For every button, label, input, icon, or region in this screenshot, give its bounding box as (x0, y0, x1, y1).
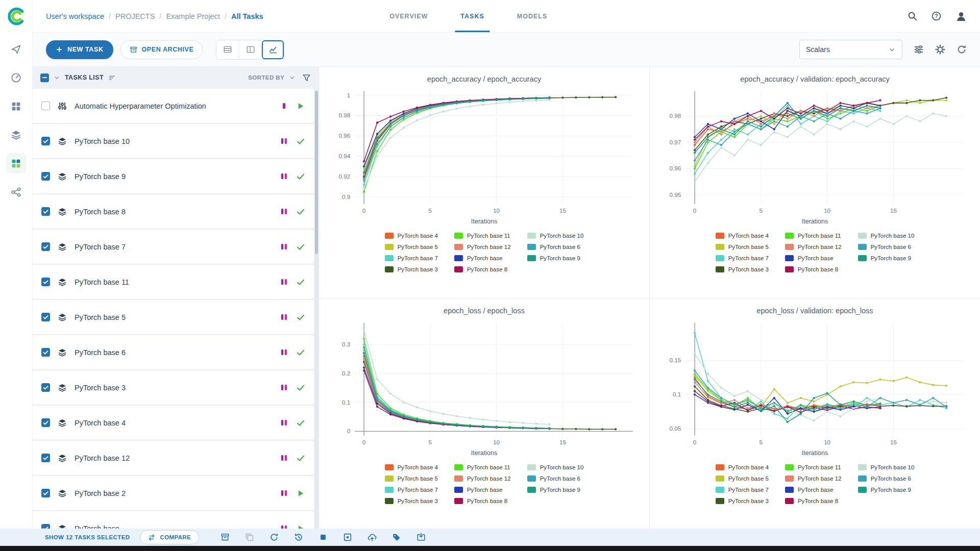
task-checkbox[interactable] (41, 172, 50, 181)
sorted-by-label[interactable]: SORTED BY (248, 74, 284, 81)
task-checkbox[interactable] (41, 383, 50, 392)
legend-item[interactable]: PyTorch base 9 (858, 487, 915, 493)
sort-icon[interactable] (108, 74, 116, 82)
task-metrics-icon[interactable] (280, 207, 288, 216)
legend-item[interactable]: PyTorch base 4 (385, 233, 438, 239)
task-checkbox[interactable] (41, 207, 50, 216)
retry-button[interactable] (270, 533, 279, 542)
task-checkbox[interactable] (41, 313, 50, 321)
sidebar-item-projects[interactable] (6, 67, 27, 88)
task-metrics-icon[interactable] (280, 348, 288, 357)
breadcrumb-item[interactable]: User's workspace (46, 12, 104, 20)
abort-button[interactable] (318, 533, 328, 542)
legend-item[interactable]: PyTorch base 5 (716, 475, 769, 482)
legend-item[interactable]: PyTorch base 7 (716, 255, 769, 261)
legend-item[interactable]: PyTorch base 10 (527, 464, 584, 470)
archive-button[interactable] (220, 533, 230, 542)
task-metrics-icon[interactable] (280, 242, 288, 251)
task-metrics-icon[interactable] (280, 489, 288, 497)
task-row[interactable]: PyTorch base 6 (33, 335, 314, 370)
legend-item[interactable]: PyTorch base 8 (785, 266, 842, 272)
sidebar-item-datasets[interactable] (6, 96, 27, 116)
chart-plot[interactable]: 00.10.20.3051015 (326, 318, 643, 449)
task-row[interactable]: PyTorch base 8 (33, 194, 314, 229)
task-row[interactable]: PyTorch base 2 (33, 476, 314, 511)
task-checkbox[interactable] (41, 137, 50, 145)
legend-item[interactable]: PyTorch base 12 (454, 475, 511, 482)
search-icon[interactable] (908, 11, 917, 21)
tab-overview[interactable]: OVERVIEW (388, 0, 429, 32)
task-row[interactable]: PyTorch base 4 (33, 406, 314, 440)
task-metrics-icon[interactable] (280, 278, 288, 286)
task-metrics-icon[interactable] (280, 137, 288, 145)
open-archive-button[interactable]: OPEN ARCHIVE (120, 40, 203, 59)
tab-tasks[interactable]: TASKS (459, 0, 485, 32)
legend-item[interactable]: PyTorch base 3 (716, 498, 769, 504)
chart-plot[interactable]: 0.90.920.940.960.981051015 (326, 86, 643, 218)
legend-item[interactable]: PyTorch base 5 (716, 244, 769, 250)
selection-count-label[interactable]: SHOW 12 TASKS SELECTED (45, 534, 130, 540)
gear-icon[interactable] (935, 44, 945, 55)
move-to-project-button[interactable] (416, 533, 426, 542)
view-button[interactable] (343, 533, 352, 542)
legend-item[interactable]: PyTorch base 9 (527, 255, 584, 261)
sidebar-item-dashboard[interactable] (6, 39, 27, 59)
task-checkbox[interactable] (41, 242, 50, 251)
sidebar-item-reports[interactable] (6, 124, 27, 145)
breadcrumb-item[interactable]: PROJECTS (115, 12, 155, 20)
legend-item[interactable]: PyTorch base 4 (385, 464, 438, 470)
legend-item[interactable]: PyTorch base 3 (385, 498, 438, 504)
user-avatar[interactable] (955, 11, 967, 22)
help-icon[interactable]: ? (932, 11, 941, 21)
new-task-button[interactable]: NEW TASK (46, 40, 113, 59)
scrollbar-thumb[interactable] (315, 91, 318, 254)
task-row[interactable]: PyTorch base 12 (33, 441, 314, 475)
tab-models[interactable]: MODELS (516, 0, 549, 32)
task-checkbox[interactable] (41, 348, 50, 357)
legend-item[interactable]: PyTorch base 7 (385, 255, 438, 261)
task-row[interactable]: PyTorch base 9 (33, 159, 314, 194)
legend-item[interactable]: PyTorch base 8 (785, 498, 842, 504)
task-metrics-icon[interactable] (280, 418, 288, 427)
chart-plot[interactable]: 0.050.10.15051015 (656, 318, 974, 449)
reset-button[interactable] (294, 533, 303, 542)
task-metrics-icon[interactable] (280, 383, 288, 392)
task-row[interactable]: Automatic Hyperparameter Optimization (33, 89, 314, 123)
task-metrics-icon[interactable] (280, 313, 288, 321)
task-checkbox[interactable] (41, 454, 50, 462)
legend-item[interactable]: PyTorch base (454, 487, 511, 493)
task-row[interactable]: PyTorch base 5 (33, 300, 314, 335)
legend-item[interactable]: PyTorch base 8 (454, 498, 511, 504)
legend-item[interactable]: PyTorch base 7 (716, 487, 769, 493)
legend-item[interactable]: PyTorch base 5 (385, 475, 438, 482)
task-row[interactable]: PyTorch base 11 (33, 265, 314, 299)
legend-item[interactable]: PyTorch base 11 (785, 464, 842, 470)
legend-item[interactable]: PyTorch base 7 (385, 487, 438, 493)
task-metrics-icon[interactable] (280, 454, 288, 462)
legend-item[interactable]: PyTorch base 10 (858, 464, 915, 470)
legend-item[interactable]: PyTorch base 10 (858, 233, 915, 239)
task-checkbox[interactable] (41, 102, 50, 110)
legend-item[interactable]: PyTorch base 4 (716, 233, 769, 239)
tasks-scrollbar[interactable] (314, 90, 318, 530)
legend-item[interactable]: PyTorch base (454, 255, 511, 261)
legend-item[interactable]: PyTorch base 6 (527, 475, 584, 482)
legend-item[interactable]: PyTorch base 11 (454, 464, 511, 470)
legend-item[interactable]: PyTorch base 3 (385, 266, 438, 272)
legend-item[interactable]: PyTorch base 12 (454, 244, 511, 250)
chart-plot[interactable]: 0.950.960.970.98051015 (656, 86, 974, 218)
tune-settings-icon[interactable] (914, 44, 924, 55)
select-all-checkbox[interactable] (40, 73, 49, 82)
breadcrumb-item[interactable]: Example Project (166, 12, 220, 20)
chart-view-button[interactable] (261, 40, 284, 59)
legend-item[interactable]: PyTorch base (785, 255, 842, 261)
legend-item[interactable]: PyTorch base 4 (716, 464, 769, 470)
task-checkbox[interactable] (41, 278, 50, 286)
task-metrics-icon[interactable] (280, 102, 288, 110)
sorted-by-caret-icon[interactable] (289, 74, 296, 81)
legend-item[interactable]: PyTorch base 11 (785, 233, 842, 239)
legend-item[interactable]: PyTorch base 3 (716, 266, 769, 272)
legend-item[interactable]: PyTorch base 12 (785, 244, 842, 250)
legend-item[interactable]: PyTorch base 12 (785, 475, 842, 482)
clearml-logo[interactable] (6, 6, 27, 27)
